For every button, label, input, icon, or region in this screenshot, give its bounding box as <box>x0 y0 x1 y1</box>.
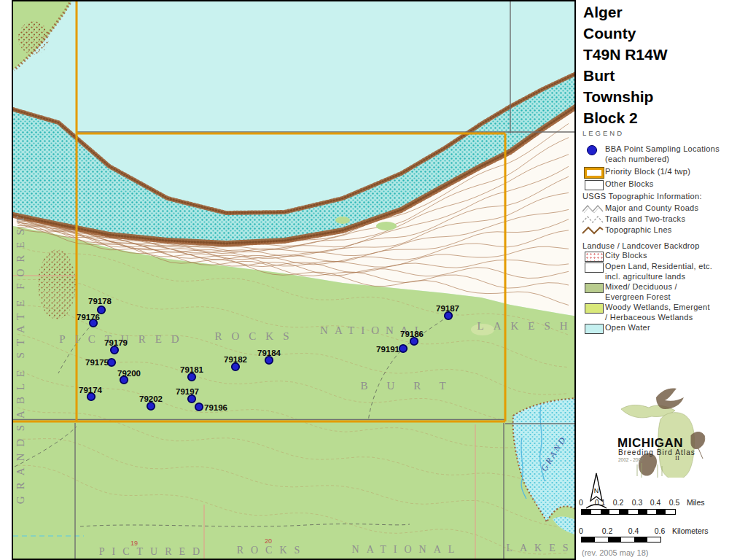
logo-years: 2002 - 2007 <box>618 457 644 462</box>
bba-point-79175 <box>108 359 115 366</box>
other-blocks-swatch <box>585 180 604 190</box>
roads-line-icon <box>582 203 604 214</box>
legend-label: (each numbered) <box>605 155 720 165</box>
legend-label: Major and County Roads <box>605 203 698 214</box>
legend-label: Open Water <box>605 323 650 333</box>
map-word-label: BURT <box>360 380 464 392</box>
bba-point-label: 79197 <box>176 387 199 396</box>
bba-point-79182 <box>232 363 239 370</box>
mbba-logo-art <box>576 383 729 478</box>
bba-point-79197 <box>188 395 195 402</box>
bba-point-79187 <box>445 312 452 319</box>
map-word-label: LAKESHO <box>477 320 575 332</box>
north-label: N <box>594 487 599 494</box>
title-line: Burt <box>583 65 668 86</box>
tick-label: 0 <box>579 498 583 507</box>
open-land-swatch <box>585 262 604 273</box>
legend-label: Trails and Two-tracks <box>605 214 685 225</box>
miles-scale-labels: 0 0.1 0.2 0.3 0.4 0.5 Miles <box>576 498 729 507</box>
bba-point-label: 79178 <box>88 297 112 306</box>
tick-label: 0.3 <box>632 498 643 507</box>
legend-label: Topographic Lnes <box>605 225 672 236</box>
bba-point-79196 <box>195 403 203 411</box>
green-island <box>335 217 350 224</box>
bba-point-label: 79175 <box>85 358 109 367</box>
bba-point-label: 79181 <box>180 365 204 374</box>
legend-label: / Herbaceous Wetlands <box>605 313 710 323</box>
bba-point-label: 79187 <box>436 304 459 313</box>
bba-point-79184 <box>265 357 273 364</box>
map-word-label: FOREST <box>15 209 26 289</box>
bba-point-label: 79179 <box>104 338 128 347</box>
map-frame: PICTUREDROCKSNATIONALLAKESHOBURTFORESTST… <box>12 0 576 560</box>
bba-point-label: 79176 <box>77 313 100 322</box>
bba-point-label: 79191 <box>376 345 400 354</box>
legend-label: incl. agriculture lands <box>605 272 712 282</box>
trails-line-icon <box>582 214 604 225</box>
map-word-label: PICTURED <box>99 546 207 557</box>
priority-block-swatch <box>585 168 604 178</box>
tick-label: 0.4 <box>650 498 661 507</box>
map-word-label: ROCKS <box>214 330 298 342</box>
bba-point-label: 79182 <box>224 355 247 364</box>
map-word-label: ROCKS <box>237 545 308 556</box>
bba-point-label: 79200 <box>117 369 141 378</box>
mixed-forest-swatch <box>585 283 604 293</box>
tick-label: 0.4 <box>628 526 639 535</box>
title-line: Alger <box>583 1 668 23</box>
map-title: Alger County T49N R14W Burt Township Blo… <box>583 1 668 128</box>
logo-subtitle: Breeding Bird Atlas <box>618 448 695 456</box>
bba-point-legend-icon <box>587 145 597 155</box>
legend-label: BBA Point Sampling Locations <box>605 144 720 155</box>
bba-point-label: 79186 <box>400 330 424 338</box>
city-blocks-swatch <box>585 252 604 262</box>
legend-label: Mixed/ Deciduous / <box>605 282 677 292</box>
tick-label: 0.2 <box>602 526 613 535</box>
legend-label: Evergreen Forest <box>605 292 677 303</box>
section-number: 20 <box>265 537 272 545</box>
tick-label: 0.2 <box>613 498 624 507</box>
legend-label: City Blocks <box>605 251 647 261</box>
legend-label: Woody Wetlands, Emergent <box>605 303 710 313</box>
tick-label: 0.1 <box>595 498 606 507</box>
title-line: County <box>583 23 668 44</box>
bba-point-label: 79174 <box>79 386 103 394</box>
title-line: Block 2 <box>583 107 668 128</box>
scale-unit: Miles <box>687 498 705 507</box>
topo-line-icon <box>582 225 604 236</box>
page: PICTUREDROCKSNATIONALLAKESHOBURTFORESTST… <box>0 0 729 560</box>
legend-heading: LEGEND <box>582 129 624 137</box>
scale-unit: Kilometers <box>672 526 709 535</box>
map-word-label: STATE <box>15 294 26 359</box>
title-line: Township <box>583 86 668 107</box>
map-word-label: LAKES <box>506 542 574 553</box>
map-word-label: NATIONAL <box>352 544 462 555</box>
legend-label: Other Blocks <box>605 179 654 190</box>
legend-label: Open Land, Residential, etc. <box>605 262 712 272</box>
woody-wetlands-swatch <box>585 303 604 314</box>
tick-label: 0.6 <box>655 526 666 535</box>
topo-map: PICTUREDROCKSNATIONALLAKESHOBURTFORESTST… <box>13 1 574 559</box>
bba-point-label: 79184 <box>257 349 281 357</box>
title-line: T49N R14W <box>583 44 668 65</box>
logo-numeral: II <box>675 454 679 462</box>
usgs-heading: USGS Topographic Information: <box>582 192 729 201</box>
miles-scale-bar <box>581 509 676 515</box>
map-word-label: SABLE <box>15 364 26 432</box>
tick-label: 0.5 <box>669 498 680 507</box>
bba-point-79202 <box>147 402 155 410</box>
km-scale-bar <box>581 537 661 542</box>
tick-label: 0 <box>579 526 583 535</box>
open-water-swatch <box>585 324 604 334</box>
green-island <box>376 222 397 230</box>
revision-note: (rev. 2005 may 18) <box>582 548 649 557</box>
bba-point-label: 79196 <box>204 403 227 412</box>
hawk-icon <box>656 389 684 410</box>
bba-point-79181 <box>188 373 195 381</box>
bba-point-label: 79202 <box>139 394 163 403</box>
bba-point-79191 <box>399 345 407 352</box>
landuse-heading: Landuse / Landcover Backdrop <box>582 241 729 250</box>
dune-bank-patch <box>38 249 76 319</box>
section-number: 19 <box>130 540 138 547</box>
bba-point-79179 <box>111 346 118 354</box>
